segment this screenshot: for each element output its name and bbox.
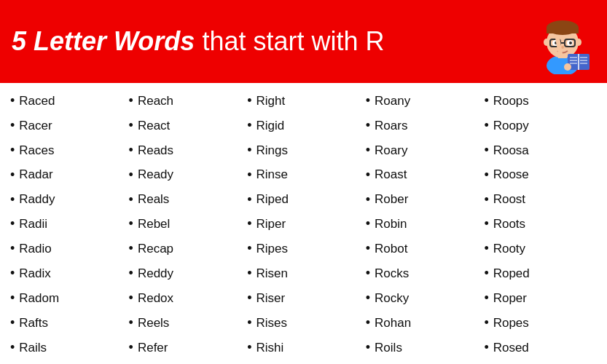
word-text: React — [138, 116, 170, 135]
bullet-icon: • — [484, 264, 488, 284]
list-item: •Risks — [247, 360, 360, 364]
word-text: Refer — [138, 339, 168, 357]
word-text: Raddy — [19, 190, 55, 209]
word-text: Rohan — [375, 314, 411, 333]
bullet-icon: • — [484, 338, 488, 358]
word-text: Radar — [19, 165, 52, 184]
page-title: 5 Letter Words that start with R — [12, 27, 384, 56]
word-column-2: •Reach•React•Reads•Ready•Reals•Rebel•Rec… — [126, 89, 245, 364]
list-item: •Roary — [366, 138, 479, 163]
word-text: Rosed — [493, 339, 529, 357]
bullet-icon: • — [366, 313, 370, 333]
bullet-icon: • — [10, 288, 15, 309]
svg-rect-4 — [547, 28, 579, 33]
list-item: •Rinse — [247, 163, 360, 188]
list-item: •Roils — [366, 336, 479, 360]
bullet-icon: • — [366, 190, 370, 210]
list-item: •Robot — [366, 237, 479, 261]
list-item: •Roars — [366, 114, 479, 138]
word-text: Right — [256, 92, 286, 111]
page-wrapper: 5 Letter Words that start with R — [0, 0, 607, 364]
word-text: Roopy — [493, 116, 529, 135]
bullet-icon: • — [10, 214, 15, 234]
bullet-icon: • — [10, 239, 15, 259]
list-item: •Roopy — [484, 114, 597, 138]
list-item: •Roost — [484, 188, 597, 213]
word-text: Roars — [375, 116, 407, 135]
bullet-icon: • — [10, 264, 15, 284]
word-column-1: •Raced•Racer•Races•Radar•Raddy•Radii•Rad… — [7, 89, 126, 364]
list-item: •Radix — [10, 261, 123, 286]
bullet-icon: • — [10, 338, 15, 358]
list-item: •Reign — [129, 360, 242, 364]
word-text: Rafts — [19, 314, 48, 333]
bullet-icon: • — [129, 239, 133, 259]
word-text: Roops — [493, 92, 529, 111]
list-item: •Recap — [129, 237, 242, 261]
word-text: Rails — [19, 339, 47, 357]
list-item: •Roped — [484, 261, 597, 286]
bullet-icon: • — [484, 91, 488, 111]
list-item: •Rises — [247, 311, 360, 336]
bullet-icon: • — [484, 165, 488, 186]
word-text: Rocks — [375, 264, 409, 283]
bullet-icon: • — [366, 214, 370, 234]
list-item: •Roper — [484, 286, 597, 311]
list-item: •Ripes — [247, 237, 360, 261]
bullet-icon: • — [366, 91, 370, 111]
bullet-icon: • — [247, 288, 251, 309]
list-item: •Riser — [247, 286, 360, 311]
bullet-icon: • — [366, 141, 370, 161]
character-illustration — [530, 9, 595, 74]
bullet-icon: • — [484, 214, 488, 234]
bullet-icon: • — [10, 91, 15, 111]
bullet-icon: • — [484, 313, 488, 333]
word-text: Riper — [256, 215, 286, 234]
list-item: •Reels — [129, 311, 242, 336]
list-item: •Rafts — [10, 311, 123, 336]
list-item: •Roots — [484, 212, 597, 237]
word-text: Radio — [19, 240, 51, 258]
word-text: Robin — [375, 215, 407, 234]
bullet-icon: • — [10, 313, 15, 333]
bullet-icon: • — [129, 214, 133, 234]
word-text: Robot — [375, 240, 407, 258]
list-item: •Rishi — [247, 336, 360, 360]
word-text: Rocky — [375, 289, 409, 308]
word-text: Ripes — [256, 240, 288, 258]
list-item: •Rocky — [366, 286, 479, 311]
bullet-icon: • — [484, 141, 488, 161]
bullet-icon: • — [129, 264, 133, 284]
list-item: •Rings — [247, 138, 360, 163]
word-text: Racer — [19, 116, 52, 135]
bullet-icon: • — [129, 190, 133, 210]
word-text: Rises — [256, 314, 288, 333]
word-text: Roary — [375, 141, 407, 160]
word-text: Radom — [19, 289, 59, 308]
word-text: Rigid — [256, 116, 285, 135]
word-text: Rings — [256, 141, 288, 160]
bullet-icon: • — [247, 264, 251, 284]
list-item: •Rooty — [484, 237, 597, 261]
list-item: •Raddy — [10, 188, 123, 213]
word-text: Rishi — [256, 339, 284, 357]
list-item: •Ropes — [484, 311, 597, 336]
bullet-icon: • — [129, 338, 133, 358]
list-item: •Rains — [10, 360, 123, 364]
word-text: Radii — [19, 215, 47, 234]
list-item: •React — [129, 114, 242, 138]
word-text: Roose — [493, 165, 529, 184]
list-item: •Ready — [129, 163, 242, 188]
list-item: •Riped — [247, 188, 360, 213]
word-text: Reddy — [138, 264, 173, 283]
title-bold: 5 Letter Words — [12, 26, 195, 56]
word-text: Roots — [493, 215, 525, 234]
list-item: •Rebel — [129, 212, 242, 237]
bullet-icon: • — [484, 288, 488, 309]
list-item: •Raced — [10, 89, 123, 114]
list-item: •Races — [10, 138, 123, 163]
bullet-icon: • — [366, 165, 370, 186]
bullet-icon: • — [366, 264, 370, 284]
list-item: •Roosa — [484, 138, 597, 163]
list-item: •Redox — [129, 286, 242, 311]
